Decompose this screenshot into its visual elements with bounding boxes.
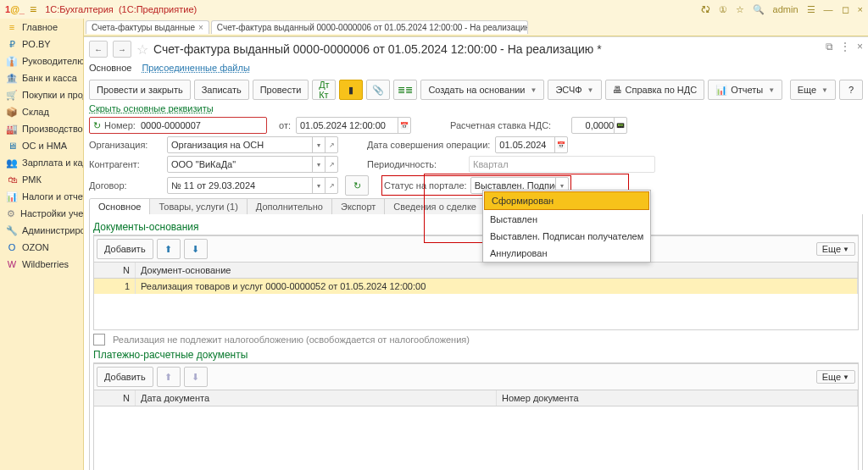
detail-tab-goods[interactable]: Товары, услуги (1) [150, 199, 247, 214]
sidebar-item[interactable]: 🏭Производство [0, 120, 83, 137]
menu-icon[interactable]: ☰ [807, 4, 815, 15]
sidebar-item[interactable]: 🖥ОС и НМА [0, 137, 83, 154]
status-dropdown[interactable]: Сформирован Выставлен Выставлен. Подписа… [482, 190, 651, 263]
close-icon[interactable]: × [858, 4, 863, 14]
create-based-button[interactable]: Создать на основании▼ [420, 80, 544, 100]
nds-help-button[interactable]: 🖶 Справка по НДС [605, 80, 705, 100]
forward-button[interactable]: → [113, 41, 131, 58]
sidebar-item[interactable]: 👔Руководителю [0, 53, 83, 69]
move-down-icon[interactable]: ⬇ [184, 239, 208, 259]
docs-more-button[interactable]: Еще ▼ [816, 242, 855, 256]
cell-n: 1 [94, 279, 136, 294]
tax-free-checkbox[interactable] [93, 334, 105, 346]
open-icon[interactable]: ↗ [325, 178, 337, 193]
counterparty-select[interactable]: ООО "ВиКаДа"▾↗ [167, 156, 338, 173]
open-icon[interactable]: ↗ [325, 157, 337, 172]
sidebar-item[interactable]: 👥Зарплата и кадры [0, 154, 83, 171]
doc-row[interactable]: 1 Реализация товаров и услуг 0000-000005… [94, 279, 858, 294]
status-option-issued[interactable]: Выставлен [483, 211, 650, 228]
bell-icon[interactable]: 🗘 [701, 4, 710, 14]
org-select[interactable]: Организация на ОСН▾↗ [167, 136, 338, 153]
hamburger-icon[interactable]: ≡ [30, 3, 36, 15]
notif-icon[interactable]: ① [719, 4, 727, 15]
close-icon[interactable]: × [198, 23, 203, 32]
post-button[interactable]: Провести [253, 80, 309, 100]
post-and-close-button[interactable]: Провести и закрыть [89, 80, 191, 100]
sidebar-item[interactable]: 🛒Покупки и продажи [0, 86, 83, 103]
user-label[interactable]: admin [773, 4, 798, 14]
sidebar-item[interactable]: 📦Склад [0, 103, 83, 120]
sidebar-label: Склад [22, 107, 49, 117]
pay-add-button[interactable]: Добавить [97, 367, 153, 387]
open-icon[interactable]: ↗ [325, 137, 337, 152]
detach-icon[interactable]: ⧉ [826, 41, 833, 53]
status-option-signed[interactable]: Выставлен. Подписан получателем [483, 228, 650, 245]
refresh-contract-icon[interactable]: ↻ [345, 175, 369, 196]
status-option-formed[interactable]: Сформирован [484, 191, 649, 210]
detail-tab-deal[interactable]: Сведения о сделке [385, 199, 486, 214]
vat-rate-input[interactable]: 0,0000📟 [571, 117, 627, 134]
sidebar-label: РМК [22, 174, 42, 185]
sidebar-item[interactable]: 📊Налоги и отчетность [0, 188, 83, 205]
col-doc: Документ-основание [136, 263, 858, 278]
reports-button[interactable]: 📊 Отчеты▼ [708, 80, 782, 100]
sidebar-item[interactable]: ₽PO.BY [0, 36, 83, 53]
sidebar-icon: 🛍 [7, 174, 17, 185]
col-date: Дата документа [136, 390, 497, 406]
compare-icon[interactable]: ≣≣ [393, 80, 417, 100]
sidebar-item[interactable]: 🛍РМК [0, 171, 83, 188]
date-from-input[interactable]: 01.05.2024 12:00:00📅 [296, 117, 411, 134]
sidebar-item[interactable]: ≡Главное [0, 19, 83, 36]
sidebar-item[interactable]: 🔧Администрирование [0, 222, 83, 239]
sidebar-icon: 🔧 [7, 225, 17, 235]
status-option-cancelled[interactable]: Аннулирован [483, 245, 650, 262]
search-icon[interactable]: 🔍 [753, 4, 765, 15]
calendar-icon[interactable]: 📅 [554, 137, 567, 152]
number-input[interactable]: 0000-0000007 [141, 120, 201, 130]
refresh-num-icon[interactable]: ↻ [93, 120, 101, 131]
contract-label: Договор: [89, 180, 162, 191]
tab-list[interactable]: Счета-фактуры выданные× [86, 20, 209, 34]
move-down-icon[interactable]: ⬇ [184, 367, 208, 387]
page-close-icon[interactable]: × [857, 41, 863, 53]
calendar-icon[interactable]: 📅 [398, 118, 410, 133]
sidebar-item[interactable]: WWildberries [0, 256, 83, 273]
contract-select[interactable]: № 11 от 29.03.2024▾↗ [167, 177, 338, 194]
eschf-button[interactable]: ЭСЧФ▼ [548, 80, 601, 100]
debit-credit-icon[interactable]: ДтКт [312, 80, 336, 100]
docs-add-button[interactable]: Добавить [97, 239, 153, 259]
tab-invoice[interactable]: Счет-фактура выданный 0000-0000006 от 01… [211, 20, 528, 34]
save-button[interactable]: Записать [194, 80, 249, 100]
attach-icon[interactable]: 📎 [366, 80, 390, 100]
detail-tab-export[interactable]: Экспорт [332, 199, 385, 214]
period-input: Квартал [469, 156, 655, 173]
pay-more-button[interactable]: Еще ▼ [816, 370, 855, 384]
subtab-attachments[interactable]: Присоединенные файлы [142, 61, 249, 75]
sidebar-label: ОС и НМА [22, 141, 67, 151]
maximize-icon[interactable]: ◻ [842, 4, 849, 15]
subtab-main[interactable]: Основное [89, 61, 131, 75]
back-button[interactable]: ← [89, 41, 108, 58]
calc-icon[interactable]: 📟 [614, 118, 626, 133]
detail-tab-extra[interactable]: Дополнительно [248, 199, 332, 214]
hide-details-link[interactable]: Скрыть основные реквизиты [89, 103, 214, 113]
org-label: Организация: [89, 140, 162, 150]
sidebar-item[interactable]: OOZON [0, 239, 83, 256]
minimize-icon[interactable]: — [824, 4, 833, 14]
sidebar-icon: W [7, 259, 17, 269]
favorite-icon[interactable]: ☆ [136, 41, 148, 58]
flag-icon[interactable]: ▮ [339, 80, 363, 100]
page: ⧉ ⋮ × ← → ☆ Счет-фактура выданный 0000-0… [84, 36, 868, 470]
sidebar-item[interactable]: ⚙Настройки учета [0, 205, 83, 222]
op-date-input[interactable]: 01.05.2024📅 [495, 136, 568, 153]
star-icon[interactable]: ☆ [736, 4, 744, 15]
kebab-icon[interactable]: ⋮ [840, 41, 850, 53]
more-button[interactable]: Еще▼ [790, 80, 836, 100]
detail-tab-main[interactable]: Основное [90, 199, 150, 214]
sidebar-item[interactable]: 🏦Банк и касса [0, 69, 83, 86]
docs-title: Документы-основания [93, 221, 859, 233]
move-up-icon[interactable]: ⬆ [157, 367, 181, 387]
move-up-icon[interactable]: ⬆ [157, 239, 181, 259]
help-button[interactable]: ? [839, 80, 863, 100]
from-label: от: [279, 120, 291, 130]
